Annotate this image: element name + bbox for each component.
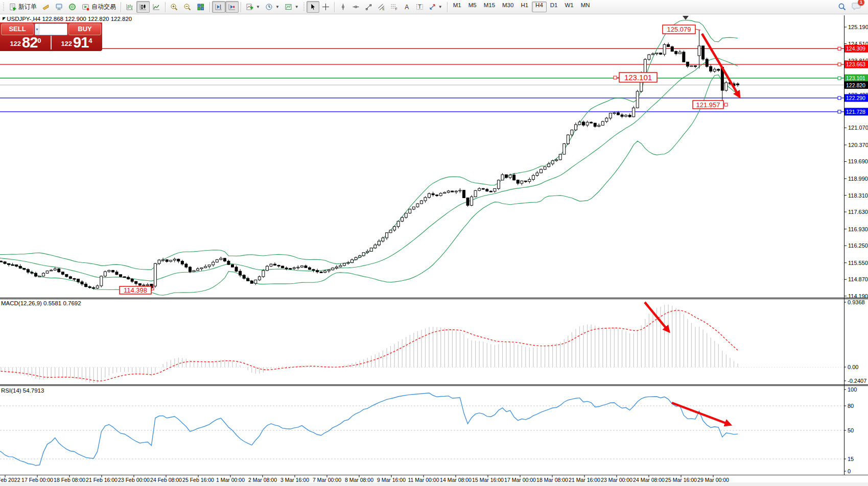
bar-chart-button[interactable]: [123, 1, 136, 13]
price-badge: 123.101: [844, 75, 868, 82]
market-watch-button[interactable]: [39, 1, 53, 13]
trendline-button[interactable]: [362, 1, 375, 13]
zoom-in-icon: [170, 3, 178, 11]
arrows-icon: [429, 3, 436, 11]
volume-input[interactable]: [39, 24, 67, 35]
zoom-out-button[interactable]: [181, 1, 194, 13]
level-handle[interactable]: [838, 63, 841, 66]
scroll-to-end-button[interactable]: [212, 1, 225, 13]
date-tick-label: 29 Mar 00:00: [697, 477, 729, 483]
cursor-button[interactable]: [307, 1, 319, 13]
date-axis[interactable]: 15 Feb 202217 Feb 00:0018 Feb 08:0021 Fe…: [0, 475, 729, 483]
level-handle[interactable]: [838, 110, 841, 113]
bar-chart-icon: [126, 3, 134, 11]
signals-icon: [68, 3, 77, 11]
level-handle[interactable]: [838, 47, 841, 50]
new-order-button[interactable]: 新订单: [6, 1, 39, 13]
date-tick-label: 17 Mar 00:00: [504, 477, 536, 483]
periods-button[interactable]: ▼: [263, 1, 282, 13]
tab-timeframe-h4[interactable]: H4: [532, 2, 547, 12]
new-order-label: 新订单: [18, 3, 37, 11]
periods-clock-icon: [265, 3, 273, 11]
vertical-line-button[interactable]: [337, 1, 349, 13]
sell-price-pips: 82: [22, 36, 37, 49]
svg-text:122.290: 122.290: [846, 95, 865, 101]
date-tick-label: 24 Mar 08:00: [633, 477, 665, 483]
macd-header: MACD(12,26,9) 0.5581 0.7692: [1, 300, 81, 306]
text-label-button[interactable]: T: [413, 1, 426, 13]
price-tick-label: 125.190: [848, 24, 868, 30]
level-handle[interactable]: [838, 77, 841, 80]
horizontal-line-button[interactable]: [349, 1, 362, 13]
metaeditor-button[interactable]: [53, 1, 66, 13]
tab-timeframe-mn[interactable]: MN: [577, 2, 594, 12]
svg-text:A: A: [405, 4, 409, 11]
auto-scroll-button[interactable]: [225, 1, 239, 13]
line-chart-button[interactable]: [150, 1, 163, 13]
zoom-in-button[interactable]: [168, 1, 181, 13]
svg-text:F: F: [395, 7, 397, 11]
svg-text:E: E: [382, 7, 385, 11]
autotrading-button[interactable]: 自动交易: [79, 1, 119, 13]
price-tick-label: 116.930: [848, 226, 868, 232]
buy-price[interactable]: 122 91 4: [52, 36, 101, 50]
candle-chart-button[interactable]: [136, 1, 150, 13]
level-handle[interactable]: [838, 96, 841, 100]
equidistant-channel-icon: E: [378, 3, 385, 11]
tile-windows-button[interactable]: [194, 1, 207, 13]
date-tick-label: 18 Mar 08:00: [536, 477, 568, 483]
indicators-button[interactable]: ▼: [243, 1, 263, 13]
sell-price-base: 122: [10, 39, 21, 49]
templates-icon: [285, 3, 293, 11]
indicators-icon: [246, 3, 254, 11]
templates-button[interactable]: ▼: [282, 1, 301, 13]
svg-text:123.663: 123.663: [846, 61, 865, 67]
tab-timeframe-m1[interactable]: M1: [450, 2, 465, 12]
price-annotation[interactable]: 125.079: [663, 25, 700, 34]
buy-button[interactable]: BUY: [68, 23, 101, 35]
tab-timeframe-h1[interactable]: H1: [517, 2, 532, 12]
price-annotation[interactable]: 121.957: [693, 101, 728, 109]
trendline-icon: [365, 3, 372, 11]
svg-text:T: T: [418, 4, 421, 10]
tab-timeframe-m30[interactable]: M30: [499, 2, 517, 12]
tab-timeframe-m5[interactable]: M5: [465, 2, 480, 12]
price-tick-label: 115.550: [848, 260, 868, 266]
tab-timeframe-m15[interactable]: M15: [480, 2, 499, 12]
search-icon[interactable]: [838, 3, 847, 11]
notifications-button[interactable]: 1: [852, 2, 861, 12]
toolbar-separator: [121, 2, 121, 12]
candle-chart-icon: [139, 3, 147, 11]
price-annotation[interactable]: 123.101: [614, 72, 657, 82]
text-button[interactable]: A: [401, 1, 413, 13]
date-tick-label: 17 Feb 00:00: [21, 477, 53, 483]
date-tick-label: 15 Mar 16:00: [472, 477, 504, 483]
symbol-marker-icon: ◤: [3, 16, 6, 21]
fibonacci-icon: F: [390, 3, 398, 11]
sell-price[interactable]: 122 82 0: [1, 36, 50, 50]
svg-text:121.728: 121.728: [846, 109, 865, 115]
symbol-title-text: USDJPY-,H4 122.868 122.900 122.820 122.8…: [7, 16, 132, 22]
equidistant-channel-button[interactable]: E: [375, 1, 388, 13]
toolbar-separator: [334, 2, 335, 12]
date-tick-label: 2 Mar 08:00: [248, 477, 277, 483]
svg-text:122.820: 122.820: [846, 82, 865, 88]
new-order-icon: [9, 3, 17, 11]
fibonacci-button[interactable]: F: [388, 1, 401, 13]
date-tick-label: 18 Feb 08:00: [54, 477, 85, 483]
price-badge: 124.309: [844, 45, 868, 53]
date-tick-label: 15 Feb 2022: [0, 477, 20, 483]
signals-button[interactable]: [66, 1, 79, 13]
tab-timeframe-w1[interactable]: W1: [561, 2, 577, 12]
arrows-button[interactable]: ▼: [426, 1, 445, 13]
crosshair-button[interactable]: [319, 1, 332, 13]
date-tick-label: 1 Mar 00:00: [216, 477, 245, 483]
tab-timeframe-d1[interactable]: D1: [547, 2, 561, 12]
sell-button[interactable]: SELL: [1, 23, 34, 35]
chart-canvas[interactable]: 125.190124.510123.810123.120122.420121.7…: [0, 0, 868, 486]
rsi-axis-label: 0: [848, 468, 851, 474]
scroll-to-end-icon: [215, 3, 223, 11]
volume-decrease-button[interactable]: ▼: [35, 24, 39, 35]
toolbar-grip[interactable]: [3, 3, 5, 12]
toolbar-grip[interactable]: [303, 3, 305, 12]
